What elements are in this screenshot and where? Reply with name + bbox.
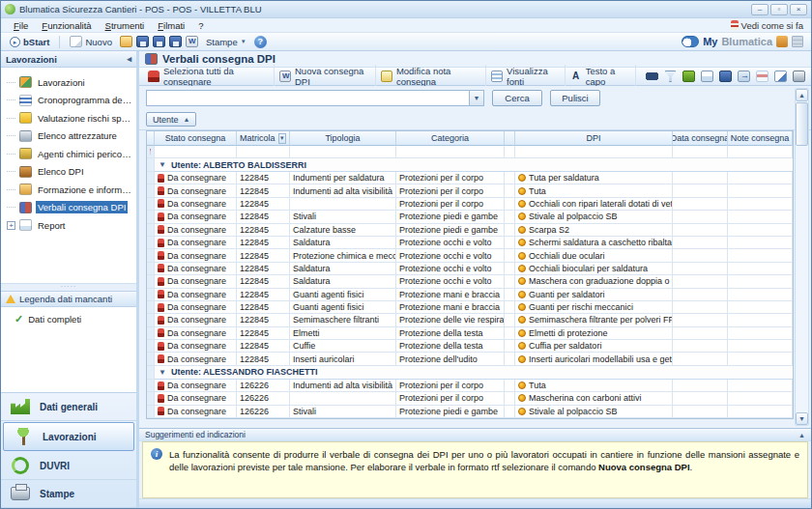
sidebar-item-report[interactable]: +Report [7, 216, 134, 235]
minimize-button[interactable]: – [751, 4, 768, 15]
filter-cell[interactable] [396, 146, 505, 158]
vedi-come-si-fa-link[interactable]: Vedi come si fa [731, 20, 805, 31]
export-data-icon[interactable] [738, 71, 750, 82]
sidebar-item-cronoprogramma-dei-lavori-gantt-[interactable]: Cronoprogramma dei lavori (Gantt) [7, 92, 134, 110]
sidebar-item-formazione-e-informazione[interactable]: Formazione e informazione [7, 181, 134, 199]
apps-icon[interactable] [792, 36, 803, 47]
menu-funzionalit[interactable]: Funzionalità [35, 20, 98, 31]
expand-icon[interactable]: + [7, 221, 15, 230]
groupby-chip-utente[interactable]: Utente ▲ [146, 112, 196, 127]
filter-cell[interactable] [673, 146, 728, 158]
table-row[interactable]: Da consegnare122845SaldaturaProtezione o… [147, 263, 793, 275]
visualizza-fonti-button[interactable]: Visualizza fonti [488, 65, 566, 88]
group-row[interactable]: ▼Utente: ALESSANDRO FIASCHETTI [147, 366, 793, 380]
table-row[interactable]: Da consegnare122845CuffieProtezione dell… [147, 340, 793, 353]
table-row[interactable]: Da consegnare126226Protezioni per il cor… [147, 392, 793, 405]
export-excel-icon[interactable] [682, 71, 695, 82]
sidebar-item-elenco-dpi[interactable]: Elenco DPI [7, 163, 134, 182]
scroll-up-icon[interactable]: ▲ [796, 89, 808, 101]
table-row[interactable]: Da consegnare122845Indumenti per saldatu… [147, 172, 793, 184]
cerca-button[interactable]: Cerca [492, 90, 542, 106]
column-filter-icon[interactable]: ▼ [278, 133, 286, 144]
scrollbar-thumb[interactable] [796, 102, 808, 146]
filter-cell[interactable] [505, 146, 515, 158]
filter-cell[interactable] [290, 146, 396, 158]
sidebar-item-elenco-attrezzature[interactable]: Elenco attrezzature [7, 127, 134, 146]
export-doc-icon[interactable] [186, 36, 198, 47]
nuova-consegna-dpi-button[interactable]: Nuova consegna DPI [276, 65, 376, 88]
sidebar-item-agenti-chimici-pericolosi[interactable]: Agenti chimici pericolosi [7, 145, 134, 163]
nav-stampe[interactable]: Stampe [1, 480, 136, 508]
table-row[interactable]: Da consegnare122845Semimaschere filtrant… [147, 314, 793, 326]
splitter-handle[interactable]: ····· [1, 283, 136, 291]
collapse-group-icon[interactable]: ▼ [159, 160, 166, 169]
nav-duvri[interactable]: DUVRI [1, 452, 136, 480]
stampe-button[interactable]: Stampe ▼ [202, 36, 250, 48]
sidebar-item-valutazione-rischi-specifici[interactable]: Valutazione rischi specifici [7, 109, 134, 127]
nav-dati-generali[interactable]: Dati generali [1, 393, 136, 421]
save-icon[interactable] [136, 36, 149, 47]
testo-a-capo-button[interactable]: ATesto a capo [567, 65, 636, 88]
column-header-note-consegna[interactable]: Note consegna [728, 131, 793, 146]
table-row[interactable]: Da consegnare122845SaldaturaProtezione o… [147, 237, 793, 249]
filter-icon[interactable] [664, 71, 677, 82]
column-header-dpi[interactable]: DPI [515, 131, 673, 146]
vertical-scrollbar[interactable]: ▲ ▼ [795, 88, 809, 426]
card-view-icon[interactable] [701, 71, 713, 82]
mybluematica-link[interactable]: MyBlumatica [682, 36, 806, 47]
modifica-nota-consegna-button[interactable]: Modifica nota consegna [378, 65, 486, 88]
table-row[interactable]: Da consegnare122845Protezione chimica e … [147, 249, 793, 262]
table-row[interactable]: Da consegnare122845Guanti agenti fisiciP… [147, 289, 793, 301]
menu-file[interactable]: File [7, 20, 35, 31]
menu-strumenti[interactable]: Strumenti [99, 20, 152, 31]
collapse-panel-icon[interactable]: ◂ [127, 54, 131, 64]
table-row[interactable]: Da consegnare122845SaldaturaProtezione o… [147, 275, 793, 288]
close-button[interactable]: × [790, 4, 807, 15]
table-row[interactable]: Da consegnare122845ElmettiProtezione del… [147, 327, 793, 340]
save-layout-icon[interactable] [719, 71, 732, 82]
table-row[interactable]: Da consegnare122845Protezioni per il cor… [147, 198, 793, 211]
table-row[interactable]: Da consegnare126226StivaliProtezione pie… [147, 406, 793, 418]
maximize-button[interactable]: ▫ [770, 4, 788, 15]
scroll-down-icon[interactable]: ▼ [796, 412, 808, 425]
menu-?[interactable]: ? [191, 20, 210, 31]
save-as-icon[interactable] [169, 36, 182, 47]
combo-dropdown-icon[interactable]: ▼ [469, 91, 483, 105]
find-icon[interactable] [646, 71, 658, 82]
table-row[interactable]: Da consegnare126226Indumenti ad alta vis… [147, 380, 793, 392]
menu-filmati[interactable]: Filmati [151, 20, 191, 31]
table-row[interactable]: Da consegnare122845StivaliProtezione pie… [147, 211, 793, 223]
table-filter-row[interactable] [147, 146, 793, 158]
filter-cell[interactable] [728, 146, 793, 158]
table-row[interactable]: Da consegnare122845Inserti auricolariPro… [147, 353, 793, 365]
print-icon[interactable] [793, 71, 805, 82]
table-row[interactable]: Da consegnare122845Calzature basseProtez… [147, 224, 793, 237]
open-folder-icon[interactable] [120, 36, 132, 47]
column-header-categoria[interactable]: Categoria [396, 131, 505, 146]
pulisci-button[interactable]: Pulisci [550, 90, 600, 106]
collapse-suggestions-icon[interactable]: ▲ [798, 432, 805, 438]
column-header-matricola[interactable]: Matricola▼ [237, 131, 290, 146]
sidebar-item-verbali-consegna-dpi[interactable]: Verbali consegna DPI [7, 199, 134, 217]
row-divider-icon[interactable] [756, 71, 768, 82]
preview-icon[interactable] [774, 71, 787, 82]
group-row[interactable]: ▼Utente: ALBERTO BALDISSERRI [147, 158, 793, 172]
nuovo-button[interactable]: Nuovo [66, 35, 115, 48]
search-input[interactable] [147, 91, 469, 105]
seleziona-tutti-da-consegnare-button[interactable]: Seleziona tutti da consegnare [145, 65, 275, 88]
filter-cell[interactable] [515, 146, 673, 158]
table-row[interactable]: Da consegnare122845Indumenti ad alta vis… [147, 184, 793, 197]
save-all-icon[interactable] [153, 36, 165, 47]
nav-lavorazioni[interactable]: Lavorazioni [3, 422, 134, 451]
column-header-stato-consegna[interactable]: Stato consegna [155, 131, 237, 146]
filter-cell[interactable] [237, 146, 290, 158]
help-icon[interactable]: ? [254, 36, 267, 48]
collapse-group-icon[interactable]: ▼ [159, 368, 166, 377]
table-row[interactable]: Da consegnare122845Guanti agenti fisiciP… [147, 301, 793, 314]
profile-icon[interactable] [776, 36, 788, 47]
filter-cell[interactable] [155, 146, 237, 158]
bstart-button[interactable]: ▸ bStart [6, 36, 53, 48]
sidebar-item-lavorazioni[interactable]: Lavorazioni [7, 73, 134, 92]
search-combobox[interactable]: ▼ [146, 90, 484, 106]
column-header-data-consegna[interactable]: Data consegna [673, 131, 728, 146]
